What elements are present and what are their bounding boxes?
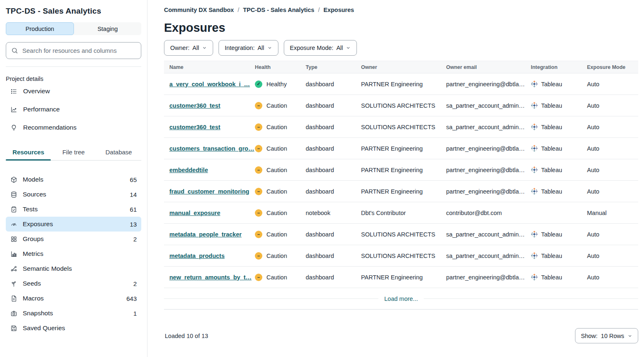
exposure-name-link[interactable]: customer360_test <box>169 102 255 109</box>
chevron-down-icon <box>267 45 272 50</box>
table-bottom-divider <box>164 309 638 310</box>
integration-cell: Tableau <box>531 166 587 173</box>
show-rows-select[interactable]: Show: 10 Rows <box>575 328 638 343</box>
health-cell: −Caution <box>255 145 306 152</box>
owner-email-cell: partner_engineering@dbtla… <box>446 167 531 173</box>
sidebar-item-models[interactable]: Models65 <box>6 172 141 187</box>
column-health: Health <box>255 64 306 70</box>
sidebar-item-saved-queries[interactable]: Saved Queries <box>6 321 141 336</box>
exposure-mode-cell: Auto <box>587 253 638 259</box>
table-row: manual_exposure−CautionnotebookDbt's Con… <box>164 202 638 224</box>
tab-staging[interactable]: Staging <box>74 22 141 35</box>
chevron-down-icon <box>627 333 632 338</box>
chevron-down-icon <box>202 45 207 50</box>
caution-badge-icon: − <box>255 188 262 195</box>
breadcrumb-account[interactable]: Community DX Sandbox <box>164 7 234 13</box>
column-owner: Owner <box>361 64 446 70</box>
chevron-down-icon <box>346 45 351 50</box>
tab-resources[interactable]: Resources <box>6 149 51 160</box>
owner-email-cell: contributor@dbt.com <box>446 210 531 216</box>
loaded-count: Loaded 10 of 13 <box>164 333 208 339</box>
owner-cell: PARTNER Engineering <box>361 167 446 173</box>
sidebar-item-metrics[interactable]: Metrics <box>6 246 141 261</box>
exposure-mode-cell: Manual <box>587 210 638 216</box>
owner-email-cell: sa_partner_account_admin… <box>446 231 531 238</box>
health-cell: −Caution <box>255 188 306 195</box>
sprout-icon <box>10 280 17 287</box>
sidebar-item-semantic-models[interactable]: Semantic Models <box>6 261 141 276</box>
exposure-mode-cell: Auto <box>587 167 638 173</box>
caution-badge-icon: − <box>255 252 262 260</box>
sidebar-item-recommendations[interactable]: Recommendations <box>6 118 141 137</box>
sidebar-item-exposures[interactable]: Exposures13 <box>6 217 141 232</box>
sidebar-item-seeds[interactable]: Seeds2 <box>6 276 141 291</box>
resource-count: 61 <box>130 206 137 213</box>
tab-database[interactable]: Database <box>96 149 141 160</box>
filter-owner[interactable]: Owner: All <box>164 40 213 56</box>
health-cell: −Caution <box>255 274 306 281</box>
caution-badge-icon: − <box>255 102 262 109</box>
tableau-icon <box>531 188 538 195</box>
owner-email-cell: partner_engineering@dbtla… <box>446 81 531 87</box>
load-more-link[interactable]: Load more... <box>384 296 418 302</box>
tableau-icon <box>531 252 538 259</box>
tab-production[interactable]: Production <box>6 22 74 35</box>
network-icon <box>10 265 17 272</box>
tableau-icon <box>531 166 538 173</box>
exposure-name-link[interactable]: metadata_products <box>169 253 255 259</box>
type-cell: dashboard <box>306 253 361 259</box>
exposure-name-link[interactable]: new_return_amounts_by_t… <box>169 274 255 281</box>
table-row: new_return_amounts_by_t…−Cautiondashboar… <box>164 267 638 288</box>
filter-exposure-mode[interactable]: Exposure Mode: All <box>284 40 357 56</box>
breadcrumb-separator: / <box>238 7 239 13</box>
sidebar-item-sources[interactable]: Sources14 <box>6 187 141 202</box>
type-cell: dashboard <box>306 81 361 87</box>
integration-cell: Tableau <box>531 145 587 152</box>
integration-cell: Tableau <box>531 188 587 195</box>
exposure-name-link[interactable]: customers_transaction_gro… <box>169 145 255 152</box>
type-cell: dashboard <box>306 231 361 238</box>
sidebar-item-overview[interactable]: Overview <box>6 82 141 100</box>
exposure-mode-cell: Auto <box>587 274 638 281</box>
exposure-name-link[interactable]: manual_exposure <box>169 210 255 216</box>
tableau-icon <box>531 80 538 87</box>
column-type: Type <box>306 64 361 70</box>
exposure-name-link[interactable]: a_very_cool_workbook_i_… <box>169 81 255 87</box>
column-owner-email: Owner email <box>446 64 531 70</box>
save-icon <box>10 325 17 332</box>
sidebar-item-macros[interactable]: Macros643 <box>6 291 141 306</box>
search-input[interactable] <box>22 47 136 54</box>
breadcrumb-current: Exposures <box>323 7 354 13</box>
resource-count: 2 <box>133 280 137 287</box>
resource-count: 14 <box>130 191 137 198</box>
owner-cell: SOLUTIONS ARCHITECTS <box>361 253 446 259</box>
breadcrumb: Community DX Sandbox / TPC-DS - Sales An… <box>164 7 638 13</box>
exposure-name-link[interactable]: metadata_people_tracker <box>169 231 255 238</box>
owner-email-cell: sa_partner_account_admin… <box>446 102 531 109</box>
project-detail-links: OverviewPerformanceRecommendations <box>6 82 141 137</box>
column-name: Name <box>169 64 255 70</box>
search-input-container[interactable] <box>6 42 141 59</box>
integration-cell: Tableau <box>531 80 587 87</box>
sidebar-item-snapshots[interactable]: Snapshots1 <box>6 306 141 321</box>
gauge-icon <box>10 221 17 228</box>
exposure-name-link[interactable]: embeddedtile <box>169 167 255 173</box>
breadcrumb-separator: / <box>318 7 320 13</box>
list-icon <box>10 88 17 95</box>
sidebar-item-tests[interactable]: Tests61 <box>6 202 141 217</box>
sidebar-item-groups[interactable]: Groups2 <box>6 232 141 246</box>
column-integration: Integration <box>531 64 587 70</box>
sidebar-item-performance[interactable]: Performance <box>6 100 141 118</box>
tab-file-tree[interactable]: File tree <box>51 149 96 160</box>
exposure-name-link[interactable]: customer360_test <box>169 124 255 130</box>
bar-chart-icon <box>10 251 17 258</box>
grid-icon <box>10 236 17 243</box>
health-cell: ✓Healthy <box>255 80 306 88</box>
health-cell: −Caution <box>255 252 306 260</box>
breadcrumb-project[interactable]: TPC-DS - Sales Analytics <box>243 7 314 13</box>
resource-count: 2 <box>133 236 137 243</box>
filter-integration[interactable]: Integration: All <box>219 40 278 56</box>
lightbulb-icon <box>10 124 17 131</box>
exposure-name-link[interactable]: fraud_customer_monitoring <box>169 188 255 195</box>
health-cell: −Caution <box>255 102 306 109</box>
